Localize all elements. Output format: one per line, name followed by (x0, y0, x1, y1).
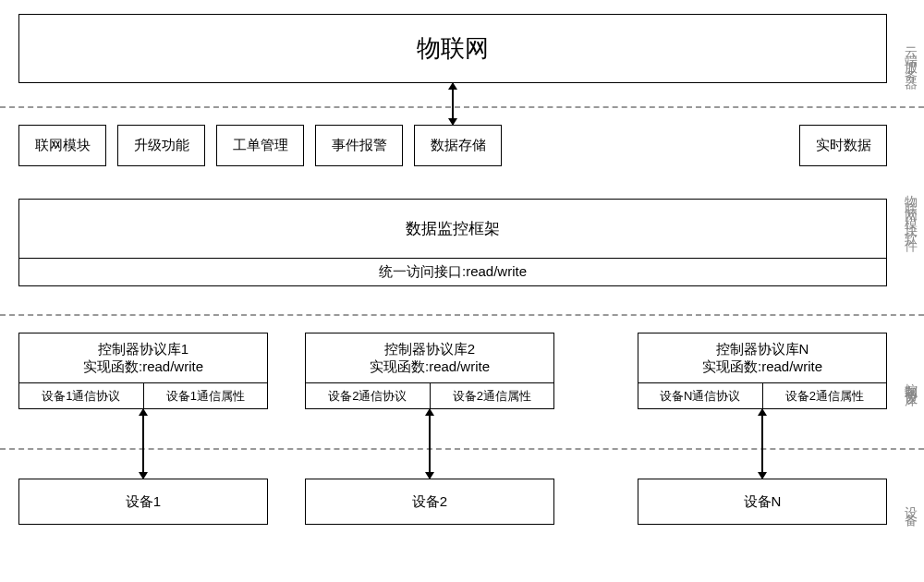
controller-1: 控制器协议库1 实现函数:read/write 设备1通信协议 设备1通信属性 (18, 333, 268, 409)
interface-box: 统一访问接口:read/write (18, 259, 887, 286)
side-label-cloud: 云端服务器 (902, 5, 920, 106)
controller-n-attr: 设备2通信属性 (762, 383, 888, 409)
side-label-controllers: 控制器协议库 (902, 319, 920, 439)
divider-2 (0, 314, 924, 316)
module-storage: 数据存储 (414, 125, 502, 166)
arrow-dev-2 (429, 409, 431, 479)
controller-n: 控制器协议库N 实现函数:read/write 设备N通信协议 设备2通信属性 (638, 333, 887, 409)
controller-1-attr: 设备1通信属性 (143, 383, 269, 409)
module-upgrade: 升级功能 (117, 125, 205, 166)
module-network: 联网模块 (18, 125, 106, 166)
arrow-cloud-software (452, 83, 454, 125)
side-label-software: 物联网模块软件 (902, 111, 920, 309)
device-n: 设备N (638, 479, 887, 525)
controller-1-protocol: 设备1通信协议 (18, 383, 143, 409)
device-2: 设备2 (305, 479, 554, 525)
arrow-dev-n (761, 409, 763, 479)
framework-box: 数据监控框架 (18, 199, 887, 259)
arrow-dev-1 (142, 409, 144, 479)
module-workorder: 工单管理 (216, 125, 304, 166)
controller-2-protocol: 设备2通信协议 (305, 383, 430, 409)
cloud-box: 物联网 (18, 14, 887, 83)
divider-3 (0, 448, 924, 450)
device-1: 设备1 (18, 479, 268, 525)
module-realtime: 实时数据 (799, 125, 887, 166)
controller-n-protocol: 设备N通信协议 (638, 383, 762, 409)
side-label-devices: 设备 (902, 457, 920, 550)
module-alarm: 事件报警 (315, 125, 403, 166)
divider-1 (0, 106, 924, 108)
cloud-title: 物联网 (417, 32, 489, 65)
controller-2: 控制器协议库2 实现函数:read/write 设备2通信协议 设备2通信属性 (305, 333, 554, 409)
controller-2-attr: 设备2通信属性 (430, 383, 555, 409)
